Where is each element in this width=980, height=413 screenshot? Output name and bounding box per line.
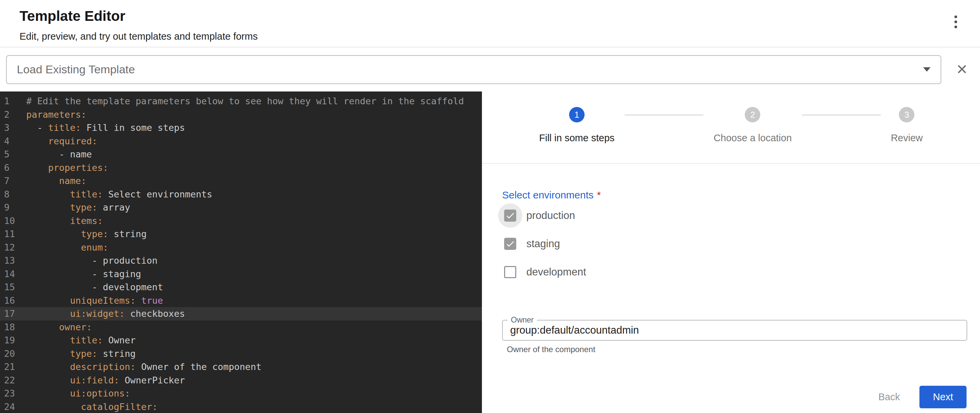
code-line[interactable]: 16 uniqueItems: true xyxy=(0,294,482,307)
code-text: properties: xyxy=(19,161,108,175)
owner-helper-text: Owner of the component xyxy=(507,345,980,354)
checkbox-label: development xyxy=(527,266,586,278)
environment-checkbox-group: productionstagingdevelopment xyxy=(498,202,980,286)
code-line[interactable]: 6 properties: xyxy=(0,161,482,175)
code-text: - development xyxy=(19,281,163,294)
load-existing-template-select[interactable]: Load Existing Template xyxy=(6,55,941,84)
kebab-dot xyxy=(955,21,957,23)
kebab-dot xyxy=(955,25,957,28)
code-line[interactable]: 2parameters: xyxy=(0,108,482,121)
line-number: 9 xyxy=(0,201,19,214)
step-label: Fill in some steps xyxy=(539,132,614,144)
code-line[interactable]: 13 - production xyxy=(0,254,482,267)
code-line[interactable]: 1# Edit the template parameters below to… xyxy=(0,95,482,108)
code-line[interactable]: 5 - name xyxy=(0,148,482,161)
step-1: 1Fill in some steps xyxy=(529,107,625,144)
code-line[interactable]: 14 - staging xyxy=(0,267,482,281)
line-number: 4 xyxy=(0,135,19,148)
line-number: 15 xyxy=(0,281,19,294)
code-line[interactable]: 10 items: xyxy=(0,214,482,228)
checkbox-production[interactable]: production xyxy=(498,202,980,230)
code-text: - name xyxy=(19,148,92,161)
owner-input[interactable] xyxy=(503,321,967,340)
code-line[interactable]: 15 - development xyxy=(0,281,482,294)
checkbox-staging[interactable]: staging xyxy=(498,230,980,258)
checkbox-icon xyxy=(504,210,516,222)
step-2: 2Choose a location xyxy=(703,107,802,144)
template-form: Select environments* productionstagingde… xyxy=(482,164,980,354)
line-number: 14 xyxy=(0,267,19,281)
code-text: type: array xyxy=(19,201,130,214)
code-text: ui:widget: checkboxes xyxy=(19,307,185,321)
code-line[interactable]: 12 enum: xyxy=(0,241,482,254)
line-number: 16 xyxy=(0,294,19,307)
code-line[interactable]: 24 catalogFilter: xyxy=(0,400,482,413)
line-number: 23 xyxy=(0,387,19,400)
step-connector xyxy=(625,115,703,115)
line-number: 20 xyxy=(0,347,19,361)
line-number: 18 xyxy=(0,321,19,334)
code-line[interactable]: 19 title: Owner xyxy=(0,334,482,347)
code-text: catalogFilter: xyxy=(19,400,158,413)
code-line[interactable]: 11 type: string xyxy=(0,227,482,241)
code-text: items: xyxy=(19,214,103,228)
close-icon[interactable]: ✕ xyxy=(953,60,971,79)
stepper: 1Fill in some steps2Choose a location3Re… xyxy=(482,92,980,144)
select-environments-label: Select environments* xyxy=(502,189,980,201)
code-line[interactable]: 17 ui:widget: checkboxes xyxy=(0,307,482,321)
step-connector xyxy=(802,115,881,115)
check-icon xyxy=(505,239,515,249)
step-circle: 2 xyxy=(745,107,760,122)
line-number: 5 xyxy=(0,148,19,161)
checkbox-ripple xyxy=(498,232,522,256)
line-number: 10 xyxy=(0,214,19,228)
line-number: 13 xyxy=(0,254,19,267)
step-label: Review xyxy=(891,132,923,144)
page-subtitle: Edit, preview, and try out templates and… xyxy=(19,31,980,42)
checkbox-label: staging xyxy=(527,238,560,250)
chevron-down-icon xyxy=(923,67,931,71)
code-line[interactable]: 9 type: array xyxy=(0,201,482,214)
code-line[interactable]: 20 type: string xyxy=(0,347,482,361)
checkbox-ripple xyxy=(498,203,522,228)
code-line[interactable]: 21 description: Owner of the component xyxy=(0,360,482,374)
line-number: 19 xyxy=(0,334,19,347)
page-header: Template Editor Edit, preview, and try o… xyxy=(0,0,980,48)
step-label: Choose a location xyxy=(713,132,792,144)
line-number: 24 xyxy=(0,400,19,413)
back-button[interactable]: Back xyxy=(869,387,909,407)
line-number: 11 xyxy=(0,227,19,241)
code-text: enum: xyxy=(19,241,108,254)
code-text: description: Owner of the component xyxy=(19,360,261,374)
more-options-icon[interactable] xyxy=(950,11,961,32)
code-text: type: string xyxy=(19,347,135,361)
select-environments-text: Select environments xyxy=(502,189,593,200)
line-number: 8 xyxy=(0,187,19,201)
yaml-code-editor[interactable]: 1# Edit the template parameters below to… xyxy=(0,92,482,413)
code-line[interactable]: 4 required: xyxy=(0,135,482,148)
code-text: type: string xyxy=(19,227,147,241)
required-asterisk: * xyxy=(597,189,601,200)
code-line[interactable]: 3 - title: Fill in some steps xyxy=(0,121,482,135)
checkbox-development[interactable]: development xyxy=(498,258,980,286)
line-number: 22 xyxy=(0,374,19,387)
line-number: 17 xyxy=(0,307,19,321)
code-line[interactable]: 18 owner: xyxy=(0,321,482,334)
code-text: - staging xyxy=(19,267,141,281)
checkbox-icon xyxy=(504,238,516,250)
main-split: 1# Edit the template parameters below to… xyxy=(0,92,980,413)
code-line[interactable]: 7 name: xyxy=(0,174,482,187)
line-number: 7 xyxy=(0,174,19,187)
code-line[interactable]: 22 ui:field: OwnerPicker xyxy=(0,374,482,387)
code-text: name: xyxy=(19,174,86,187)
form-actions: Back Next xyxy=(869,386,967,408)
check-icon xyxy=(505,211,515,221)
owner-field[interactable]: Owner xyxy=(502,320,967,341)
code-text: title: Owner xyxy=(19,334,135,347)
code-line[interactable]: 8 title: Select environments xyxy=(0,187,482,201)
line-number: 6 xyxy=(0,161,19,175)
code-text: title: Select environments xyxy=(19,187,212,201)
owner-field-label: Owner xyxy=(508,316,537,324)
next-button[interactable]: Next xyxy=(920,386,967,408)
code-line[interactable]: 23 ui:options: xyxy=(0,387,482,400)
